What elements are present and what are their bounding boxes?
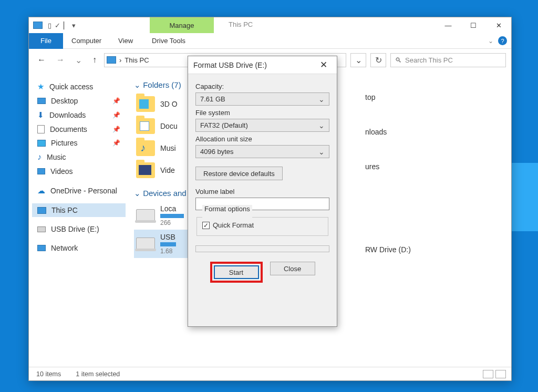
- sidebar-onedrive[interactable]: ☁OneDrive - Personal: [32, 183, 126, 198]
- drive-rw-fragment[interactable]: RW Drive (D:): [365, 245, 411, 254]
- nav-up-button[interactable]: ↑: [89, 54, 100, 66]
- start-button[interactable]: Start: [214, 265, 259, 279]
- folder-pictures-fragment[interactable]: ures: [365, 162, 379, 171]
- network-icon: [37, 245, 46, 251]
- sidebar-label: Music: [47, 153, 66, 161]
- checkbox-icon: ✓: [202, 222, 210, 229]
- pictures-icon: [37, 140, 46, 147]
- folder-label: Vide: [160, 166, 175, 174]
- allocation-unit-select[interactable]: 4096 bytes: [195, 145, 329, 158]
- sidebar-label: Downloads: [49, 111, 86, 119]
- restore-defaults-button[interactable]: Restore device defaults: [195, 167, 283, 180]
- pin-icon: 📌: [112, 97, 120, 105]
- sidebar-this-pc[interactable]: This PC: [32, 203, 126, 217]
- onedrive-icon: ☁: [37, 186, 45, 195]
- drive-usage-bar: [160, 242, 176, 246]
- refresh-dropdown[interactable]: ⌄: [350, 53, 366, 67]
- quick-access-toolbar[interactable]: ▯ ✓ ▏ ▾: [48, 22, 76, 29]
- format-options-legend: Format options: [202, 205, 252, 213]
- progress-bar: [195, 245, 329, 252]
- sidebar-downloads[interactable]: ⬇Downloads📌: [32, 108, 126, 122]
- qat-divider: ▏: [64, 22, 69, 29]
- close-button[interactable]: Close: [270, 262, 315, 275]
- status-item-count: 10 items: [36, 370, 61, 378]
- sidebar-videos[interactable]: Videos: [32, 164, 126, 178]
- sidebar-desktop[interactable]: Desktop📌: [32, 94, 126, 108]
- view-large-icon[interactable]: [495, 370, 506, 378]
- sidebar-label: Pictures: [51, 139, 78, 147]
- sidebar-usb-drive[interactable]: USB Drive (E:): [32, 222, 126, 236]
- folder-downloads-fragment[interactable]: nloads: [365, 128, 387, 136]
- drive-size: 266: [160, 219, 184, 226]
- nav-back-button[interactable]: ←: [34, 54, 49, 66]
- usb-icon: [37, 226, 46, 232]
- status-selection: 1 item selected: [76, 370, 120, 378]
- folder-icon: [136, 96, 155, 112]
- drive-label: Loca: [160, 204, 184, 213]
- folder-desktop-fragment[interactable]: top: [365, 93, 375, 101]
- filesystem-select[interactable]: FAT32 (Default): [195, 119, 329, 132]
- music-icon: ♪: [37, 152, 42, 162]
- drive-icon: [136, 209, 155, 222]
- sidebar-music[interactable]: ♪Music: [32, 150, 126, 164]
- folder-label: Docu: [160, 122, 178, 130]
- start-button-highlight: Start: [210, 262, 263, 283]
- sidebar-documents[interactable]: Documents📌: [32, 122, 126, 136]
- format-options-group: Format options ✓ Quick Format: [196, 213, 328, 236]
- sidebar-label: USB Drive (E:): [51, 225, 99, 233]
- titlebar[interactable]: ▯ ✓ ▏ ▾ Manage This PC — ☐ ✕: [29, 17, 511, 33]
- sidebar-quick-access[interactable]: ★Quick access: [32, 79, 126, 94]
- refresh-button[interactable]: ↻: [370, 53, 386, 67]
- dialog-close-button[interactable]: ✕: [316, 58, 332, 72]
- filesystem-label: File system: [195, 109, 329, 117]
- desktop-accent: [512, 163, 538, 231]
- navigation-pane[interactable]: ★Quick access Desktop📌 ⬇Downloads📌 Docum…: [29, 71, 129, 368]
- folder-label: 3D O: [160, 100, 178, 108]
- nav-recent-dropdown[interactable]: ⌄: [72, 54, 85, 66]
- folder-label: Musi: [160, 144, 176, 152]
- tab-file[interactable]: File: [29, 33, 63, 49]
- sidebar-pictures[interactable]: Pictures📌: [32, 136, 126, 150]
- tab-computer[interactable]: Computer: [63, 33, 110, 49]
- maximize-button[interactable]: ☐: [461, 17, 486, 33]
- tab-drive-tools[interactable]: Drive Tools: [143, 33, 194, 49]
- address-pc-icon: [107, 56, 116, 64]
- chevron-down-icon: ⌄: [134, 189, 143, 198]
- window-title: This PC: [229, 20, 253, 28]
- tab-view[interactable]: View: [110, 33, 141, 49]
- quick-format-label: Quick Format: [213, 221, 254, 229]
- pin-icon: 📌: [112, 126, 120, 133]
- minimize-button[interactable]: —: [436, 17, 461, 33]
- sidebar-network[interactable]: Network: [32, 241, 126, 255]
- allocation-unit-label: Allocation unit size: [195, 135, 329, 143]
- address-location[interactable]: This PC: [125, 56, 149, 64]
- sidebar-label: Documents: [50, 125, 87, 133]
- capacity-select[interactable]: 7.61 GB: [195, 92, 329, 106]
- ribbon-tabs: File Computer View Drive Tools ⌄ ?: [29, 33, 511, 49]
- qat-checkmark-icon[interactable]: ✓: [55, 22, 60, 29]
- folder-icon: [136, 162, 155, 178]
- download-icon: ⬇: [37, 110, 44, 120]
- quick-format-checkbox[interactable]: ✓ Quick Format: [202, 221, 323, 229]
- videos-icon: [37, 168, 45, 174]
- search-input[interactable]: 🔍︎ Search This PC: [390, 53, 506, 67]
- star-icon: ★: [37, 82, 44, 91]
- view-details-icon[interactable]: [483, 370, 493, 378]
- pin-icon: 📌: [112, 111, 120, 119]
- qat-properties-icon[interactable]: ▯: [48, 22, 51, 29]
- this-pc-icon: [33, 22, 43, 29]
- qat-dropdown-icon[interactable]: ▾: [72, 22, 76, 29]
- pc-icon: [37, 207, 46, 214]
- sidebar-label: This PC: [51, 206, 78, 214]
- close-button[interactable]: ✕: [486, 17, 511, 33]
- chevron-down-icon: ⌄: [134, 80, 143, 89]
- dialog-title: Format USB Drive (E:): [193, 61, 267, 69]
- ribbon-expand-icon[interactable]: ⌄: [488, 37, 493, 45]
- search-icon: 🔍︎: [395, 56, 402, 64]
- help-icon[interactable]: ?: [498, 36, 507, 45]
- desktop-icon: [37, 98, 46, 104]
- dialog-titlebar[interactable]: Format USB Drive (E:) ✕: [188, 56, 337, 74]
- nav-forward-button[interactable]: →: [53, 54, 68, 66]
- ribbon-context-label: Manage: [150, 17, 214, 33]
- sidebar-label: Videos: [50, 167, 73, 176]
